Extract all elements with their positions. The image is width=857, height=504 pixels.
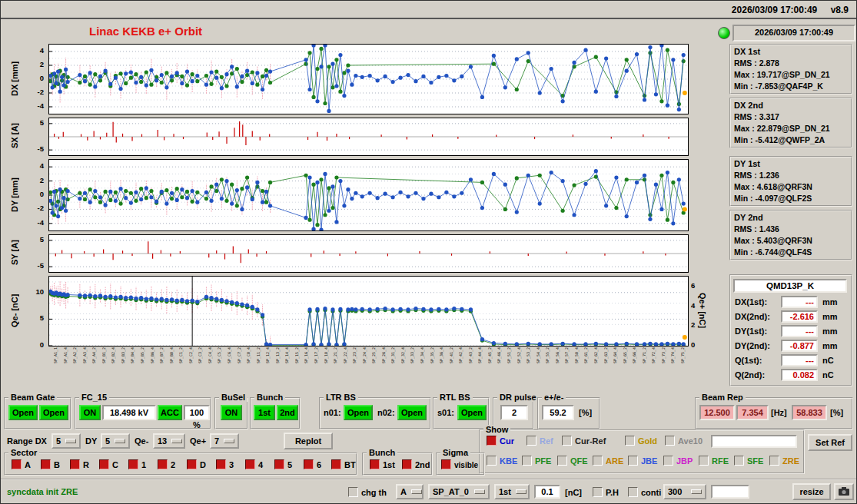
ltr-n02-open-button[interactable]: Open <box>397 405 427 420</box>
range-qe-plus-value: 7 <box>214 436 219 446</box>
group-title: e+/e- <box>542 393 566 402</box>
sector-select-value: A <box>400 487 407 496</box>
dx-plot-row: DX [mm] 420-2-4 <box>1 44 856 113</box>
rtl-s01-label: s01: <box>437 407 454 418</box>
chg-th-checkbox[interactable]: chg th <box>348 487 387 498</box>
sector-4-checkbox[interactable]: 4 <box>245 459 263 470</box>
qe-plot <box>48 276 689 346</box>
dy-plot <box>48 159 689 231</box>
show-pfe-checkbox[interactable]: PFE <box>522 456 551 466</box>
ltr-n01-open-button[interactable]: Open <box>344 405 373 420</box>
tick-label: 0 <box>40 340 44 349</box>
range-dx-dropdown[interactable]: 5 <box>51 433 81 449</box>
spare-input[interactable] <box>711 485 749 499</box>
group-title: BuSel <box>219 393 247 402</box>
rtl-bs-group: RTL BS s01: Open <box>433 397 490 429</box>
bunch-2nd-checkbox[interactable]: 2nd <box>402 459 430 470</box>
bpm-label: SP_16_4 <box>304 347 308 363</box>
bpm-labels: SP_A1_1SP_A1_4SP_A2_2SP_A3_4SP_A4_2SP_B1… <box>48 346 687 394</box>
range-dy-dropdown[interactable]: 5 <box>101 433 130 449</box>
sector-label: 1 <box>141 460 146 469</box>
sector-select-dropdown[interactable]: A <box>396 484 424 499</box>
show-cur-ref-checkbox[interactable]: Cur-Ref <box>562 436 606 446</box>
show-cur-checkbox[interactable]: Cur <box>487 436 514 446</box>
show-qfe-checkbox[interactable]: QFE <box>557 456 588 466</box>
sector-d-checkbox[interactable]: D <box>187 459 206 470</box>
show-are-checkbox[interactable]: ARE <box>593 456 623 466</box>
bpm-label: SP_52_4 <box>517 347 521 363</box>
show-sfe-checkbox[interactable]: SFE <box>734 456 763 466</box>
rtl-s01-open-button[interactable]: Open <box>457 405 487 420</box>
ph-checkbox[interactable]: P.H <box>593 487 619 498</box>
bunch-1st-button[interactable]: 1st <box>254 405 275 420</box>
sigma-visible-label: visible <box>454 461 478 469</box>
fc15-percent-readout: 100 % <box>184 405 210 420</box>
screenshot-button[interactable] <box>834 483 854 500</box>
interval-dropdown[interactable]: 300 <box>663 484 706 499</box>
sector-6-checkbox[interactable]: 6 <box>304 459 321 470</box>
show-jbp-label: JBP <box>676 456 693 466</box>
show-jbe-checkbox[interactable]: JBE <box>628 456 657 466</box>
sigma-visible-checkbox[interactable]: visible <box>441 459 478 471</box>
bpm-label: SP_12_4 <box>265 347 270 363</box>
threshold-input[interactable]: 0.1 <box>534 485 560 499</box>
bunch-select-dropdown[interactable]: 1st <box>494 484 530 499</box>
sector-bt-checkbox[interactable]: BT <box>331 459 356 470</box>
fc15-on-button[interactable]: ON <box>79 405 101 420</box>
bpm-label: SP_24_4 <box>362 347 367 363</box>
beam-gate-open-2-button[interactable]: Open <box>39 405 68 420</box>
show-ref-checkbox[interactable]: Ref <box>526 436 553 446</box>
checkbox-icon <box>402 459 412 469</box>
sector-5-checkbox[interactable]: 5 <box>274 459 292 470</box>
show-jbp-checkbox[interactable]: JBP <box>663 456 693 466</box>
fc15-acc-button[interactable]: ACC <box>158 405 182 420</box>
bpm-label: SP_B7_2 <box>159 347 164 363</box>
show-rfe-checkbox[interactable]: RFE <box>699 456 729 466</box>
sector-a-checkbox[interactable]: A <box>12 459 31 470</box>
sector-2-checkbox[interactable]: 2 <box>158 459 175 470</box>
bpm-label: SP_71_2 <box>642 347 646 363</box>
bpm-label: SP_65_2 <box>623 347 627 363</box>
sector-label: 4 <box>258 460 263 469</box>
option-menu-mark-icon <box>691 489 702 494</box>
resize-button[interactable]: resize <box>792 483 831 500</box>
bunch-2nd-button[interactable]: 2nd <box>277 405 298 420</box>
conti-checkbox[interactable]: conti <box>628 487 661 498</box>
beam-gate-open-1-button[interactable]: Open <box>8 405 38 420</box>
bpm-select-dropdown[interactable]: SP_AT_0 <box>428 484 490 499</box>
sector-b-checkbox[interactable]: B <box>41 459 60 470</box>
qmd-label: Q(1st): <box>735 356 762 365</box>
show-zre-checkbox[interactable]: ZRE <box>769 456 799 466</box>
replot-button[interactable]: Replot <box>284 433 333 449</box>
bottom-bar: syncdata init ZRE chg th A SP_AT_0 1st 0… <box>1 479 856 504</box>
sector-label: 6 <box>317 460 321 469</box>
busel-on-button[interactable]: ON <box>221 405 242 420</box>
show-gold-checkbox[interactable]: Gold <box>625 436 657 446</box>
bpm-label: SP_A3_4 <box>82 347 87 363</box>
sx-axis-ticks: 5-5 <box>27 118 45 154</box>
bpm-label: SP_C1_2 <box>178 347 183 363</box>
show-ave10-checkbox[interactable]: Ave10 <box>665 436 703 446</box>
fc15-kv-readout: 18.498 kV <box>102 405 156 420</box>
bunch-1st-checkbox[interactable]: 1st <box>370 459 395 470</box>
dr-pulse-readout: 2 <box>500 405 528 420</box>
option-menu-mark-icon <box>474 489 485 494</box>
range-qe-minus-dropdown[interactable]: 13 <box>153 433 185 449</box>
bpm-label: SP_42_4 <box>458 347 463 363</box>
bpm-label: SP_73_2 <box>661 347 666 363</box>
sector-c-checkbox[interactable]: C <box>99 459 118 470</box>
show-gold-label: Gold <box>638 436 657 446</box>
bpm-label: SP_55_2 <box>545 347 550 363</box>
beam-rep-value-1: 12.500 <box>699 405 735 420</box>
sector-3-checkbox[interactable]: 3 <box>216 459 234 470</box>
sector-r-checkbox[interactable]: R <box>70 459 89 470</box>
checkbox-icon <box>526 436 536 446</box>
group-title: FC_15 <box>79 393 109 402</box>
checkbox-icon <box>593 456 603 466</box>
sector-1-checkbox[interactable]: 1 <box>128 459 146 470</box>
bpm-label: SP_B1_2 <box>101 347 106 363</box>
set-ref-button[interactable]: Set Ref <box>808 434 852 451</box>
show-kbe-checkbox[interactable]: KBE <box>487 456 517 466</box>
range-qe-plus-dropdown[interactable]: 7 <box>210 433 239 449</box>
ref-name-input[interactable] <box>711 435 797 448</box>
